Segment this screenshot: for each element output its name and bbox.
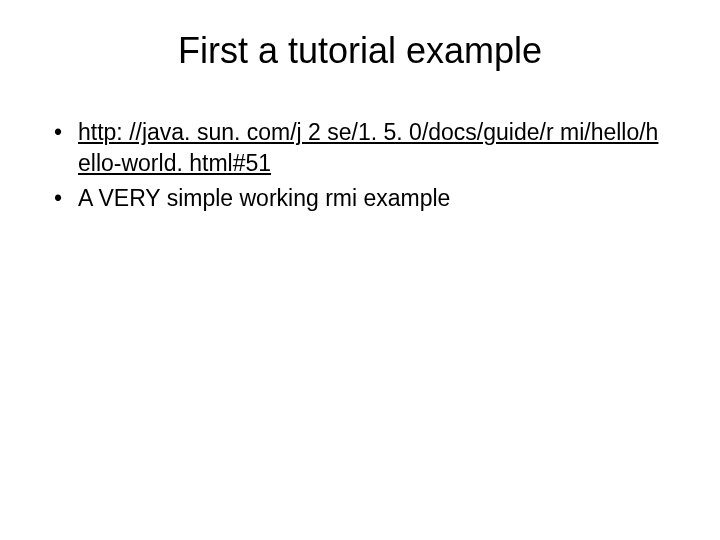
slide-title: First a tutorial example	[50, 30, 670, 72]
slide: First a tutorial example http: //java. s…	[0, 0, 720, 540]
list-item: http: //java. sun. com/j 2 se/1. 5. 0/do…	[50, 117, 670, 179]
bullet-text: A VERY simple working rmi example	[78, 185, 450, 211]
tutorial-link[interactable]: http: //java. sun. com/j 2 se/1. 5. 0/do…	[78, 119, 658, 176]
slide-content: http: //java. sun. com/j 2 se/1. 5. 0/do…	[50, 117, 670, 214]
list-item: A VERY simple working rmi example	[50, 183, 670, 214]
bullet-list: http: //java. sun. com/j 2 se/1. 5. 0/do…	[50, 117, 670, 214]
